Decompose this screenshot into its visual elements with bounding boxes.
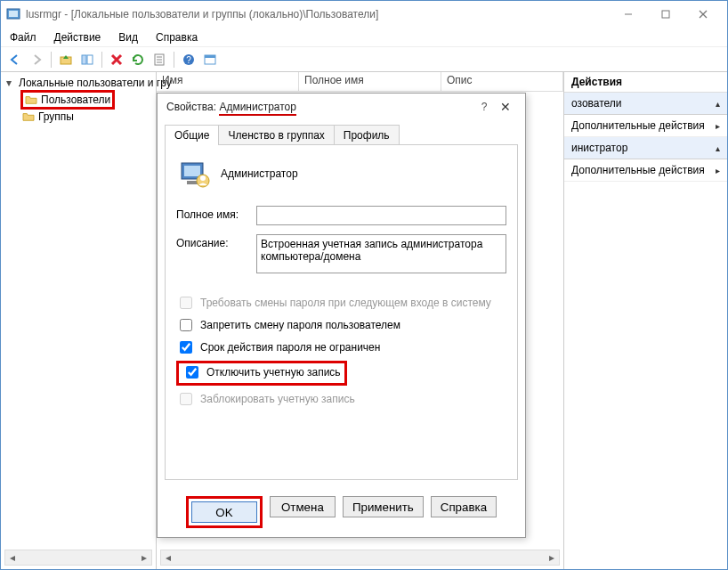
apply-button[interactable]: Применить (343, 496, 424, 517)
tree-groups[interactable]: Группы (20, 110, 152, 124)
description-input[interactable]: Встроенная учетная запись администратора… (256, 234, 506, 273)
chk-disable-box[interactable] (186, 366, 198, 379)
window-titlebar: lusrmgr - [Локальные пользователи и груп… (1, 1, 727, 28)
svg-rect-3 (662, 11, 669, 18)
up-folder-button[interactable] (57, 51, 75, 69)
actions-title: Действия (564, 72, 727, 93)
menu-action[interactable]: Действие (51, 29, 105, 45)
svg-point-25 (200, 175, 206, 181)
tree-users-label: Пользователи (41, 94, 110, 106)
full-name-input[interactable] (256, 206, 506, 225)
chk-never-expire[interactable]: Срок действия пароля не ограничен (176, 338, 506, 356)
tree-users[interactable]: Пользователи (23, 93, 112, 107)
col-name[interactable]: Имя (157, 72, 299, 92)
svg-rect-8 (87, 55, 93, 64)
caret-down-icon: ▾ (6, 77, 12, 89)
actions-more-label: Дополнительные действия (571, 119, 705, 132)
svg-rect-23 (187, 181, 198, 184)
dialog-tabs: Общие Членство в группах Профиль (158, 124, 525, 144)
actions-section-label: озователи (571, 97, 622, 110)
help-button[interactable]: ? (180, 51, 198, 69)
actions-panel: Действия озователи ▴ Дополнительные дейс… (564, 72, 727, 569)
actions-section-admin[interactable]: инистратор ▴ (564, 137, 727, 159)
scroll-right-icon[interactable]: ▸ (137, 550, 151, 565)
svg-rect-7 (82, 55, 86, 64)
tab-profile[interactable]: Профиль (334, 125, 400, 145)
toolbar-separator (51, 52, 52, 68)
properties-button[interactable] (150, 51, 168, 69)
collapse-icon: ▴ (716, 99, 720, 109)
actions-section-users[interactable]: озователи ▴ (564, 93, 727, 115)
svg-text:?: ? (186, 55, 191, 65)
chk-locked-box (180, 393, 192, 405)
chevron-right-icon: ▸ (716, 121, 720, 131)
user-name-label: Администратор (221, 167, 298, 180)
chevron-right-icon: ▸ (716, 166, 720, 175)
tree-groups-label: Группы (38, 110, 74, 123)
menu-file[interactable]: Файл (6, 29, 40, 45)
scroll-right-icon[interactable]: ▸ (545, 550, 559, 565)
toolbar-separator (101, 52, 102, 68)
full-name-label: Полное имя: (176, 206, 256, 221)
dialog-help-btn[interactable]: Справка (431, 496, 497, 517)
list-scrollbar[interactable]: ◂ ▸ (160, 550, 560, 566)
tree-root[interactable]: ▾ Локальные пользователи и гру (4, 76, 152, 90)
svg-rect-1 (9, 11, 18, 17)
actions-section-label: инистратор (571, 142, 627, 154)
dialog-help-button[interactable]: ? (473, 101, 495, 113)
scroll-left-icon[interactable]: ◂ (5, 550, 20, 565)
menu-view[interactable]: Вид (115, 29, 142, 45)
panel-button[interactable] (201, 51, 219, 69)
app-icon (6, 7, 20, 21)
maximize-button[interactable] (647, 2, 684, 27)
actions-more-label: Дополнительные действия (571, 164, 705, 176)
collapse-icon: ▴ (716, 143, 720, 153)
actions-more-2[interactable]: Дополнительные действия ▸ (564, 159, 727, 182)
close-button[interactable] (684, 2, 722, 27)
col-desc[interactable]: Опис (441, 72, 563, 92)
back-button[interactable] (6, 51, 24, 69)
description-label: Описание: (176, 234, 256, 249)
tree-panel: ▾ Локальные пользователи и гру Пользоват… (1, 72, 157, 569)
toolbar-separator (174, 52, 174, 68)
chk-never-expire-box[interactable] (180, 341, 192, 354)
svg-rect-18 (205, 55, 215, 58)
tab-general-body: Администратор Полное имя: Описание: Встр… (165, 144, 518, 480)
tree-scrollbar[interactable]: ◂ ▸ (4, 550, 152, 566)
dialog-title: Свойства: Администратор (166, 101, 473, 113)
show-hide-button[interactable] (78, 51, 96, 69)
chk-no-change-box[interactable] (180, 319, 192, 331)
minimize-button[interactable] (610, 2, 647, 27)
actions-more-1[interactable]: Дополнительные действия ▸ (564, 115, 727, 137)
properties-dialog: Свойства: Администратор ? ✕ Общие Членст… (157, 93, 526, 538)
folder-icon (25, 94, 37, 105)
window-title: lusrmgr - [Локальные пользователи и груп… (26, 8, 610, 20)
dialog-close-button[interactable]: ✕ (495, 100, 516, 114)
tab-membership[interactable]: Членство в группах (218, 125, 334, 145)
chk-locked: Заблокировать учетную запись (176, 390, 506, 408)
cancel-button[interactable]: Отмена (270, 496, 336, 517)
dialog-buttons: OK Отмена Применить Справка (158, 487, 525, 537)
menubar: Файл Действие Вид Справка (1, 28, 727, 47)
toolbar: ? (1, 47, 727, 72)
refresh-button[interactable] (129, 51, 147, 69)
forward-button[interactable] (28, 51, 45, 69)
tab-general[interactable]: Общие (165, 125, 219, 145)
folder-icon (22, 111, 35, 122)
chk-no-change[interactable]: Запретить смену пароля пользователем (176, 316, 506, 334)
chk-disable[interactable]: Отключить учетную запись (182, 363, 341, 381)
delete-button[interactable] (108, 51, 125, 69)
menu-help[interactable]: Справка (152, 29, 201, 45)
col-fullname[interactable]: Полное имя (299, 72, 441, 92)
scroll-left-icon[interactable]: ◂ (161, 550, 175, 565)
dialog-titlebar: Свойства: Администратор ? ✕ (158, 94, 525, 120)
chk-force-change: Требовать смены пароля при следующем вхо… (176, 294, 506, 312)
ok-button[interactable]: OK (191, 501, 257, 523)
tree-root-label: Локальные пользователи и гру (19, 77, 172, 89)
user-icon (176, 156, 212, 191)
chk-force-change-box (180, 297, 192, 309)
svg-rect-22 (184, 166, 200, 176)
